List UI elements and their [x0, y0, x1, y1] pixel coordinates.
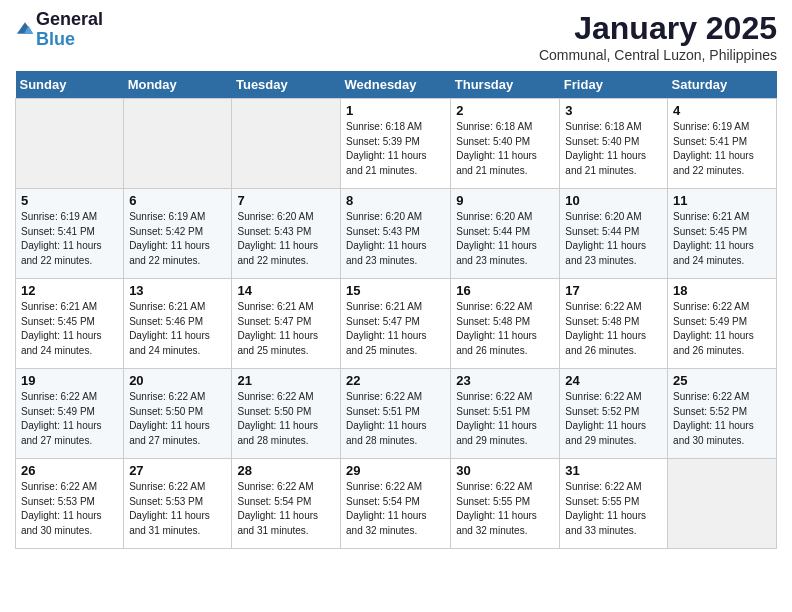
day-number: 2 — [456, 103, 554, 118]
day-number: 20 — [129, 373, 226, 388]
week-row-3: 12Sunrise: 6:21 AMSunset: 5:45 PMDayligh… — [16, 279, 777, 369]
weekday-header-friday: Friday — [560, 71, 668, 99]
weekday-header-sunday: Sunday — [16, 71, 124, 99]
calendar-cell: 6Sunrise: 6:19 AMSunset: 5:42 PMDaylight… — [124, 189, 232, 279]
logo-text: GeneralBlue — [36, 10, 103, 50]
day-info: Sunrise: 6:22 AMSunset: 5:49 PMDaylight:… — [21, 390, 118, 448]
calendar-cell: 20Sunrise: 6:22 AMSunset: 5:50 PMDayligh… — [124, 369, 232, 459]
day-info: Sunrise: 6:21 AMSunset: 5:45 PMDaylight:… — [21, 300, 118, 358]
calendar-cell: 26Sunrise: 6:22 AMSunset: 5:53 PMDayligh… — [16, 459, 124, 549]
day-info: Sunrise: 6:19 AMSunset: 5:41 PMDaylight:… — [673, 120, 771, 178]
calendar-cell: 8Sunrise: 6:20 AMSunset: 5:43 PMDaylight… — [341, 189, 451, 279]
day-number: 24 — [565, 373, 662, 388]
day-info: Sunrise: 6:22 AMSunset: 5:52 PMDaylight:… — [673, 390, 771, 448]
calendar-cell: 31Sunrise: 6:22 AMSunset: 5:55 PMDayligh… — [560, 459, 668, 549]
calendar-table: SundayMondayTuesdayWednesdayThursdayFrid… — [15, 71, 777, 549]
day-number: 22 — [346, 373, 445, 388]
day-info: Sunrise: 6:18 AMSunset: 5:40 PMDaylight:… — [565, 120, 662, 178]
day-number: 17 — [565, 283, 662, 298]
day-number: 8 — [346, 193, 445, 208]
day-info: Sunrise: 6:20 AMSunset: 5:44 PMDaylight:… — [565, 210, 662, 268]
week-row-2: 5Sunrise: 6:19 AMSunset: 5:41 PMDaylight… — [16, 189, 777, 279]
title-block: January 2025 Communal, Central Luzon, Ph… — [539, 10, 777, 63]
weekday-header-wednesday: Wednesday — [341, 71, 451, 99]
calendar-cell: 21Sunrise: 6:22 AMSunset: 5:50 PMDayligh… — [232, 369, 341, 459]
day-number: 1 — [346, 103, 445, 118]
day-number: 5 — [21, 193, 118, 208]
calendar-cell: 29Sunrise: 6:22 AMSunset: 5:54 PMDayligh… — [341, 459, 451, 549]
page-header: GeneralBlue January 2025 Communal, Centr… — [15, 10, 777, 63]
calendar-cell: 11Sunrise: 6:21 AMSunset: 5:45 PMDayligh… — [668, 189, 777, 279]
day-info: Sunrise: 6:22 AMSunset: 5:51 PMDaylight:… — [456, 390, 554, 448]
day-number: 29 — [346, 463, 445, 478]
day-number: 28 — [237, 463, 335, 478]
logo: GeneralBlue — [15, 10, 103, 50]
day-number: 10 — [565, 193, 662, 208]
day-number: 19 — [21, 373, 118, 388]
calendar-cell: 15Sunrise: 6:21 AMSunset: 5:47 PMDayligh… — [341, 279, 451, 369]
day-info: Sunrise: 6:18 AMSunset: 5:40 PMDaylight:… — [456, 120, 554, 178]
calendar-cell: 12Sunrise: 6:21 AMSunset: 5:45 PMDayligh… — [16, 279, 124, 369]
day-number: 27 — [129, 463, 226, 478]
day-number: 6 — [129, 193, 226, 208]
calendar-cell: 23Sunrise: 6:22 AMSunset: 5:51 PMDayligh… — [451, 369, 560, 459]
day-number: 26 — [21, 463, 118, 478]
day-number: 16 — [456, 283, 554, 298]
day-info: Sunrise: 6:22 AMSunset: 5:54 PMDaylight:… — [346, 480, 445, 538]
day-info: Sunrise: 6:22 AMSunset: 5:53 PMDaylight:… — [129, 480, 226, 538]
week-row-4: 19Sunrise: 6:22 AMSunset: 5:49 PMDayligh… — [16, 369, 777, 459]
day-number: 11 — [673, 193, 771, 208]
day-info: Sunrise: 6:22 AMSunset: 5:55 PMDaylight:… — [456, 480, 554, 538]
day-info: Sunrise: 6:22 AMSunset: 5:54 PMDaylight:… — [237, 480, 335, 538]
weekday-header-thursday: Thursday — [451, 71, 560, 99]
weekday-header-tuesday: Tuesday — [232, 71, 341, 99]
day-info: Sunrise: 6:21 AMSunset: 5:46 PMDaylight:… — [129, 300, 226, 358]
day-number: 30 — [456, 463, 554, 478]
calendar-cell: 5Sunrise: 6:19 AMSunset: 5:41 PMDaylight… — [16, 189, 124, 279]
day-info: Sunrise: 6:22 AMSunset: 5:52 PMDaylight:… — [565, 390, 662, 448]
day-info: Sunrise: 6:22 AMSunset: 5:49 PMDaylight:… — [673, 300, 771, 358]
calendar-cell: 13Sunrise: 6:21 AMSunset: 5:46 PMDayligh… — [124, 279, 232, 369]
weekday-header-row: SundayMondayTuesdayWednesdayThursdayFrid… — [16, 71, 777, 99]
location: Communal, Central Luzon, Philippines — [539, 47, 777, 63]
calendar-cell: 14Sunrise: 6:21 AMSunset: 5:47 PMDayligh… — [232, 279, 341, 369]
week-row-1: 1Sunrise: 6:18 AMSunset: 5:39 PMDaylight… — [16, 99, 777, 189]
calendar-cell: 19Sunrise: 6:22 AMSunset: 5:49 PMDayligh… — [16, 369, 124, 459]
day-info: Sunrise: 6:18 AMSunset: 5:39 PMDaylight:… — [346, 120, 445, 178]
calendar-cell: 7Sunrise: 6:20 AMSunset: 5:43 PMDaylight… — [232, 189, 341, 279]
day-number: 18 — [673, 283, 771, 298]
day-info: Sunrise: 6:22 AMSunset: 5:50 PMDaylight:… — [237, 390, 335, 448]
day-number: 4 — [673, 103, 771, 118]
day-number: 21 — [237, 373, 335, 388]
day-number: 23 — [456, 373, 554, 388]
day-info: Sunrise: 6:22 AMSunset: 5:50 PMDaylight:… — [129, 390, 226, 448]
calendar-cell: 1Sunrise: 6:18 AMSunset: 5:39 PMDaylight… — [341, 99, 451, 189]
calendar-cell: 10Sunrise: 6:20 AMSunset: 5:44 PMDayligh… — [560, 189, 668, 279]
day-info: Sunrise: 6:22 AMSunset: 5:55 PMDaylight:… — [565, 480, 662, 538]
calendar-cell: 30Sunrise: 6:22 AMSunset: 5:55 PMDayligh… — [451, 459, 560, 549]
day-number: 9 — [456, 193, 554, 208]
day-number: 15 — [346, 283, 445, 298]
day-number: 31 — [565, 463, 662, 478]
calendar-cell: 25Sunrise: 6:22 AMSunset: 5:52 PMDayligh… — [668, 369, 777, 459]
calendar-cell: 22Sunrise: 6:22 AMSunset: 5:51 PMDayligh… — [341, 369, 451, 459]
day-number: 3 — [565, 103, 662, 118]
day-info: Sunrise: 6:21 AMSunset: 5:45 PMDaylight:… — [673, 210, 771, 268]
day-info: Sunrise: 6:19 AMSunset: 5:42 PMDaylight:… — [129, 210, 226, 268]
weekday-header-saturday: Saturday — [668, 71, 777, 99]
day-info: Sunrise: 6:21 AMSunset: 5:47 PMDaylight:… — [237, 300, 335, 358]
month-title: January 2025 — [539, 10, 777, 47]
calendar-cell: 28Sunrise: 6:22 AMSunset: 5:54 PMDayligh… — [232, 459, 341, 549]
day-info: Sunrise: 6:19 AMSunset: 5:41 PMDaylight:… — [21, 210, 118, 268]
calendar-cell: 9Sunrise: 6:20 AMSunset: 5:44 PMDaylight… — [451, 189, 560, 279]
day-info: Sunrise: 6:20 AMSunset: 5:44 PMDaylight:… — [456, 210, 554, 268]
calendar-cell — [16, 99, 124, 189]
calendar-cell — [124, 99, 232, 189]
calendar-cell: 18Sunrise: 6:22 AMSunset: 5:49 PMDayligh… — [668, 279, 777, 369]
calendar-cell: 3Sunrise: 6:18 AMSunset: 5:40 PMDaylight… — [560, 99, 668, 189]
calendar-cell — [232, 99, 341, 189]
day-info: Sunrise: 6:22 AMSunset: 5:48 PMDaylight:… — [565, 300, 662, 358]
day-info: Sunrise: 6:22 AMSunset: 5:48 PMDaylight:… — [456, 300, 554, 358]
calendar-cell: 2Sunrise: 6:18 AMSunset: 5:40 PMDaylight… — [451, 99, 560, 189]
calendar-cell — [668, 459, 777, 549]
